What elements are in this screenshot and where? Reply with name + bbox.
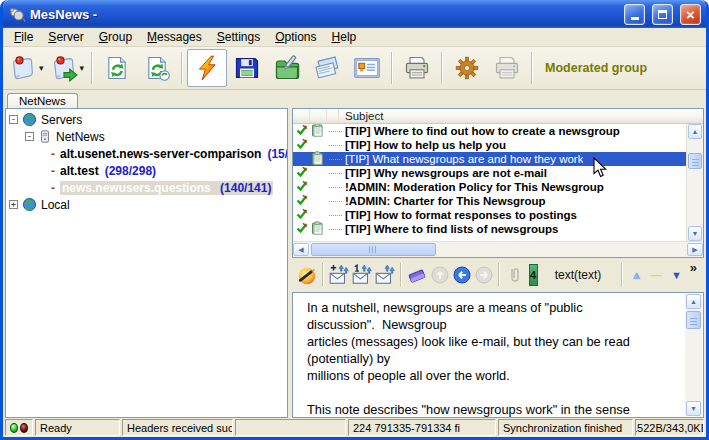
preview-scrollbar[interactable]: ▲ ▼: [685, 294, 702, 416]
menu-help[interactable]: Help: [325, 28, 365, 46]
previous-message-button[interactable]: [451, 262, 472, 289]
collapse-icon[interactable]: -: [9, 115, 18, 124]
tree-label: Servers: [41, 113, 82, 127]
score-badge: 4: [529, 264, 538, 286]
reply-button[interactable]: [351, 262, 373, 289]
settings-button[interactable]: [447, 49, 487, 87]
delete-button[interactable]: [406, 262, 428, 289]
main-area: NetNews - Servers - NetNews - alt.usenet…: [3, 90, 706, 418]
tree-connector: [329, 215, 342, 216]
tree-connector: [329, 145, 342, 146]
clipboard-icon: [310, 221, 324, 235]
subject-row[interactable]: [TIP] How to format responses to posting…: [293, 208, 686, 222]
read-check-icon: [296, 208, 308, 220]
dropdown-icon[interactable]: ▾: [39, 63, 44, 73]
paperclip-icon: [505, 265, 525, 285]
subject-row[interactable]: [TIP] How to help us help you: [293, 138, 686, 152]
read-check-icon: [296, 180, 308, 192]
tree-connector: [329, 173, 342, 174]
scroll-left-icon[interactable]: ◀: [293, 243, 309, 256]
contact-card-button[interactable]: [347, 49, 387, 87]
status-bar: Ready Headers received suc 224 791335-79…: [3, 418, 706, 437]
envelope-one-icon: [351, 264, 373, 286]
sync-group-button[interactable]: [97, 49, 137, 87]
subject-list: Subject [TIP] Where to find out how to c…: [292, 108, 704, 258]
subject-row[interactable]: [TIP] Where to find lists of newsgroups: [293, 222, 686, 236]
tree-connector: [329, 187, 342, 188]
subject-horizontal-scrollbar[interactable]: ◀ ▶: [293, 241, 703, 257]
tree-item-local[interactable]: + Local: [9, 196, 287, 213]
tree-item-group-selected[interactable]: - news.newusers.questions (140/141): [9, 179, 287, 196]
tree-connector: [329, 131, 342, 132]
floppy-disk-icon: [233, 54, 261, 82]
tree-connector: [329, 159, 342, 160]
menu-options[interactable]: Options: [268, 28, 324, 46]
subject-row[interactable]: [TIP] Why newsgroups are not e-mail: [293, 166, 686, 180]
unsubscribe-group-button[interactable]: ▾: [47, 49, 88, 87]
subject-vertical-scrollbar[interactable]: ▲ ▼: [686, 124, 703, 241]
moderated-group-label: Moderated group: [545, 61, 647, 75]
expand-icon[interactable]: +: [9, 200, 18, 209]
scroll-down-icon[interactable]: ▼: [686, 401, 701, 416]
tree-item-group[interactable]: - alt.usenet.news-server-comparison (15/: [9, 145, 287, 162]
dropdown-icon[interactable]: ▾: [80, 63, 85, 73]
forward-arrow-circle-icon: [474, 265, 494, 285]
column-read[interactable]: [293, 109, 310, 123]
column-subject[interactable]: Subject: [339, 109, 703, 123]
subject-row-selected[interactable]: [TIP] What newsgroups are and how they w…: [293, 152, 686, 166]
sort-none-icon[interactable]: —: [647, 269, 666, 281]
subject-text: [TIP] Where to find out how to create a …: [345, 125, 620, 137]
title-bar[interactable]: MesNews - ×: [3, 0, 706, 28]
new-message-button[interactable]: [328, 262, 350, 289]
toolbar-overflow-icon[interactable]: »: [687, 260, 700, 275]
scrollbar-thumb[interactable]: [311, 243, 436, 256]
minimize-button[interactable]: [624, 4, 645, 25]
tree-item-netnews-server[interactable]: - NetNews: [9, 128, 287, 145]
group-dash-icon: -: [51, 181, 55, 195]
subject-row[interactable]: !ADMIN: Moderation Policy for This Newsg…: [293, 180, 686, 194]
parent-message-button: [429, 262, 450, 289]
scrollbar-thumb[interactable]: [688, 153, 702, 169]
reply-group-button[interactable]: [374, 262, 396, 289]
tab-netnews[interactable]: NetNews: [7, 93, 78, 108]
left-column: NetNews - Servers - NetNews - alt.usenet…: [5, 90, 288, 418]
save-button[interactable]: [227, 49, 267, 87]
sort-ascending-icon[interactable]: ▲: [627, 269, 646, 281]
envelope-icon: [374, 264, 396, 286]
message-toolbar: 4 text(text) ▲ — ▼ »: [292, 258, 704, 292]
scroll-right-icon[interactable]: ▶: [687, 243, 703, 256]
menu-group[interactable]: Group: [92, 28, 140, 46]
column-attachment[interactable]: [310, 109, 327, 123]
scroll-up-icon[interactable]: ▲: [686, 294, 701, 309]
scroll-down-icon[interactable]: ▼: [688, 226, 702, 241]
attachment-button: [504, 262, 525, 289]
online-mode-button[interactable]: [187, 49, 227, 87]
print-button[interactable]: [397, 49, 437, 87]
maximize-button[interactable]: [652, 4, 673, 25]
messages-button[interactable]: [307, 49, 347, 87]
collapse-icon[interactable]: -: [25, 132, 34, 141]
menu-settings[interactable]: Settings: [210, 28, 268, 46]
scrollbar-thumb[interactable]: [686, 311, 701, 329]
next-message-button: [473, 262, 494, 289]
compose-button[interactable]: [296, 262, 318, 289]
up-arrow-circle-icon: [430, 265, 450, 285]
column-flag[interactable]: [327, 109, 339, 123]
subject-row[interactable]: [TIP] Where to find out how to create a …: [293, 124, 686, 138]
tree-item-group[interactable]: - alt.test (298/298): [9, 162, 287, 179]
tree-item-servers[interactable]: - Servers: [9, 111, 287, 128]
sort-descending-icon[interactable]: ▼: [667, 269, 686, 281]
sync-all-button[interactable]: [137, 49, 177, 87]
archive-button[interactable]: [267, 49, 307, 87]
pen-ball-icon: [296, 264, 318, 286]
scroll-up-icon[interactable]: ▲: [688, 124, 702, 139]
close-button[interactable]: ×: [680, 4, 701, 25]
toolbar-separator: [441, 52, 443, 84]
menu-server[interactable]: Server: [41, 28, 91, 46]
menu-file[interactable]: File: [7, 28, 41, 46]
tree-label: Local: [41, 198, 70, 212]
clipboard-icon: [310, 124, 324, 137]
subscribe-group-button[interactable]: ▾: [6, 49, 47, 87]
menu-messages[interactable]: Messages: [140, 28, 210, 46]
subject-row[interactable]: !ADMIN: Charter for This Newsgroup: [293, 194, 686, 208]
